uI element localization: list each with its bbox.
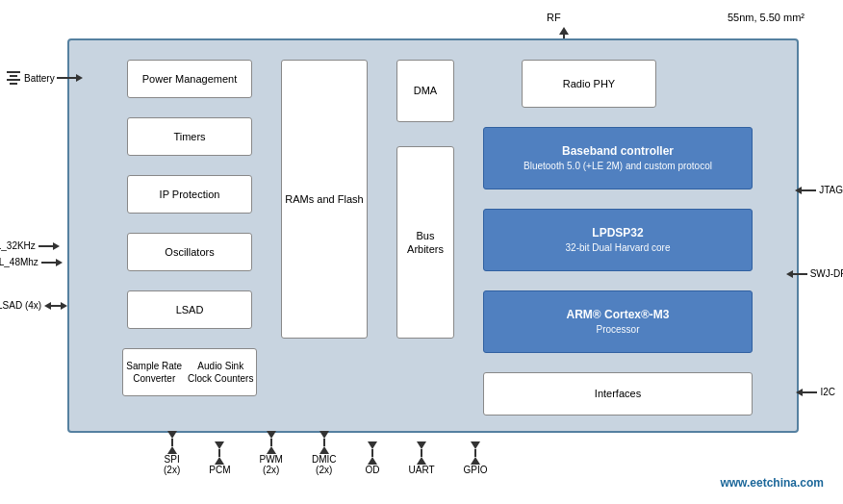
- watermark: www.eetchina.com: [720, 476, 824, 490]
- src-block: Sample Rate Converter Audio Sink Clock C…: [122, 348, 257, 396]
- interfaces-block: Interfaces: [483, 372, 753, 416]
- bus-block: Bus Arbiters: [396, 146, 454, 339]
- od-bottom: OD: [365, 441, 379, 475]
- bottom-labels: SPI(2x) PCM PWM(2x): [164, 431, 488, 475]
- pcm-bottom: PCM: [209, 441, 230, 475]
- lpdsp-block: LPDSP32 32-bit Dual Harvard core: [483, 209, 753, 271]
- arm-block: ARM® Cortex®-M3 Processor: [483, 290, 753, 353]
- osc-block: Oscillators: [127, 233, 252, 271]
- spi-bottom: SPI(2x): [164, 431, 180, 475]
- gpio-bottom: GPIO: [464, 441, 488, 475]
- battery-external: Battery: [7, 71, 83, 85]
- rf-label: RF: [547, 12, 561, 23]
- lsad-block: LSAD: [127, 290, 252, 329]
- i2c-external: I2C: [796, 387, 835, 397]
- xtal32-external: XTAL_32KHz: [0, 240, 60, 251]
- swjdp-external: SWJ-DP: [786, 268, 843, 279]
- baseband-block: Baseband controller Bluetooth 5.0 (+LE 2…: [483, 127, 753, 189]
- lsad-external: LSAD (4x): [0, 300, 67, 311]
- pwm-bottom: PWM(2x): [259, 431, 282, 475]
- rams-block: RAMs and Flash: [281, 60, 368, 339]
- jtag-external: JTAG: [795, 185, 843, 195]
- radio-block: Radio PHY: [522, 60, 656, 108]
- spec-label: 55nm, 5.50 mm²: [728, 12, 805, 23]
- diagram-container: RF 55nm, 5.50 mm² Power Management Timer…: [10, 10, 833, 494]
- chip-box: Power Management Timers IP Protection Os…: [67, 38, 799, 433]
- uart-bottom: UART: [408, 441, 434, 475]
- ip-block: IP Protection: [127, 175, 252, 214]
- power-block: Power Management: [127, 60, 252, 98]
- xtal48-external: XTAL_48Mhz: [0, 257, 63, 267]
- dma-block: DMA: [396, 60, 454, 122]
- timers-block: Timers: [127, 117, 252, 156]
- dmic-bottom: DMIC(2x): [312, 431, 337, 475]
